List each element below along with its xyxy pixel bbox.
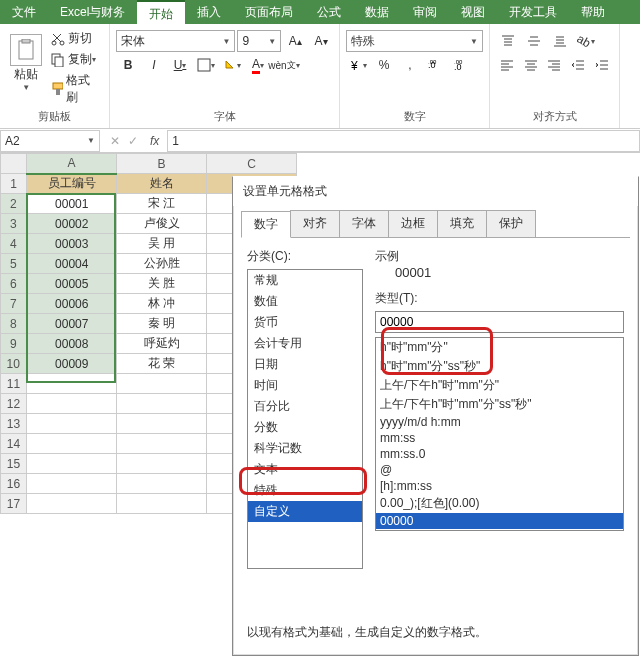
row-header[interactable]: 5	[1, 254, 27, 274]
cell[interactable]	[27, 374, 117, 394]
col-header-b[interactable]: B	[117, 154, 207, 174]
row-header[interactable]: 2	[1, 194, 27, 214]
list-item[interactable]: 分数	[248, 417, 362, 438]
row-header[interactable]: 15	[1, 454, 27, 474]
list-item[interactable]: 百分比	[248, 396, 362, 417]
cell[interactable]: 00004	[27, 254, 117, 274]
format-listbox[interactable]: h"时"mm"分" h"时"mm"分"ss"秒" 上午/下午h"时"mm"分" …	[375, 337, 624, 531]
row-header[interactable]: 9	[1, 334, 27, 354]
dialog-tab-protect[interactable]: 保护	[486, 210, 536, 237]
increase-indent-button[interactable]	[591, 54, 613, 76]
formula-input[interactable]: 1	[167, 130, 640, 152]
row-header[interactable]: 10	[1, 354, 27, 374]
cell[interactable]	[27, 394, 117, 414]
select-all-corner[interactable]	[1, 154, 27, 174]
tab-review[interactable]: 审阅	[401, 0, 449, 24]
cell[interactable]: 00009	[27, 354, 117, 374]
list-item[interactable]: 上午/下午h"时"mm"分"	[376, 376, 623, 395]
cell[interactable]: 00003	[27, 234, 117, 254]
row-header[interactable]: 3	[1, 214, 27, 234]
list-item[interactable]: 会计专用	[248, 333, 362, 354]
category-listbox[interactable]: 常规 数值 货币 会计专用 日期 时间 百分比 分数 科学记数 文本 特殊 自定…	[247, 269, 363, 569]
list-item[interactable]: mm:ss	[376, 430, 623, 446]
cell[interactable]	[27, 474, 117, 494]
cell[interactable]: 公孙胜	[117, 254, 207, 274]
cell[interactable]	[117, 414, 207, 434]
tab-formulas[interactable]: 公式	[305, 0, 353, 24]
cell[interactable]: 00005	[27, 274, 117, 294]
number-format-combo[interactable]: 特殊▼	[346, 30, 483, 52]
tab-page-layout[interactable]: 页面布局	[233, 0, 305, 24]
font-name-combo[interactable]: 宋体▼	[116, 30, 235, 52]
tab-view[interactable]: 视图	[449, 0, 497, 24]
decrease-decimal-button[interactable]: .00.0	[450, 54, 474, 76]
tab-excel-finance[interactable]: Excel与财务	[48, 0, 137, 24]
cell[interactable]: 秦 明	[117, 314, 207, 334]
align-middle-button[interactable]	[522, 30, 546, 52]
list-item[interactable]: 日期	[248, 354, 362, 375]
cell[interactable]	[117, 434, 207, 454]
row-header[interactable]: 17	[1, 494, 27, 514]
align-top-button[interactable]	[496, 30, 520, 52]
copy-button[interactable]: 复制▾	[47, 49, 103, 70]
tab-data[interactable]: 数据	[353, 0, 401, 24]
row-header[interactable]: 6	[1, 274, 27, 294]
dialog-tab-number[interactable]: 数字	[241, 211, 291, 238]
cancel-icon[interactable]: ✕	[106, 134, 124, 148]
cut-button[interactable]: 剪切	[47, 28, 103, 49]
cell[interactable]	[27, 414, 117, 434]
row-header[interactable]: 11	[1, 374, 27, 394]
row-header[interactable]: 7	[1, 294, 27, 314]
list-item[interactable]: 数值	[248, 291, 362, 312]
decrease-indent-button[interactable]	[567, 54, 589, 76]
row-header[interactable]: 12	[1, 394, 27, 414]
cell[interactable]: 00007	[27, 314, 117, 334]
list-item[interactable]: [h]:mm:ss	[376, 478, 623, 494]
row-header[interactable]: 16	[1, 474, 27, 494]
list-item[interactable]: 00000	[376, 513, 623, 529]
list-item[interactable]: 时间	[248, 375, 362, 396]
row-header[interactable]: 8	[1, 314, 27, 334]
dialog-tab-align[interactable]: 对齐	[290, 210, 340, 237]
cell[interactable]	[117, 454, 207, 474]
tab-file[interactable]: 文件	[0, 0, 48, 24]
list-item[interactable]: 上午/下午h"时"mm"分"ss"秒"	[376, 395, 623, 414]
cell[interactable]: 呼延灼	[117, 334, 207, 354]
cell[interactable]: 吴 用	[117, 234, 207, 254]
percent-button[interactable]: %	[372, 54, 396, 76]
tab-developer[interactable]: 开发工具	[497, 0, 569, 24]
col-header-c[interactable]: C	[207, 154, 297, 174]
cell[interactable]: 员工编号	[27, 174, 117, 194]
list-item[interactable]: 特殊	[248, 480, 362, 501]
phonetic-button[interactable]: wèn文▾	[272, 54, 296, 76]
format-painter-button[interactable]: 格式刷	[47, 70, 103, 108]
cell[interactable]	[117, 494, 207, 514]
orientation-button[interactable]: ab▾	[574, 30, 598, 52]
list-item[interactable]: @	[376, 462, 623, 478]
bold-button[interactable]: B	[116, 54, 140, 76]
cell[interactable]	[117, 374, 207, 394]
row-header[interactable]: 1	[1, 174, 27, 194]
font-size-combo[interactable]: 9▼	[237, 30, 281, 52]
align-left-button[interactable]	[496, 54, 518, 76]
increase-decimal-button[interactable]: .0.00	[424, 54, 448, 76]
cell[interactable]: 关 胜	[117, 274, 207, 294]
cell[interactable]	[117, 394, 207, 414]
list-item[interactable]: 自定义	[248, 501, 362, 522]
cell[interactable]	[27, 434, 117, 454]
cell[interactable]	[27, 454, 117, 474]
increase-font-button[interactable]: A▴	[283, 30, 307, 52]
list-item[interactable]: 货币	[248, 312, 362, 333]
row-header[interactable]: 14	[1, 434, 27, 454]
italic-button[interactable]: I	[142, 54, 166, 76]
cell[interactable]	[117, 474, 207, 494]
row-header[interactable]: 13	[1, 414, 27, 434]
align-center-button[interactable]	[520, 54, 542, 76]
cell[interactable]: 00006	[27, 294, 117, 314]
list-item[interactable]: h"时"mm"分"	[376, 338, 623, 357]
cell[interactable]: 花 荣	[117, 354, 207, 374]
paste-button[interactable]: 粘贴 ▼	[6, 28, 47, 98]
font-color-button[interactable]: A▾	[246, 54, 270, 76]
list-item[interactable]: 0.00_);[红色](0.00)	[376, 494, 623, 513]
dialog-tab-font[interactable]: 字体	[339, 210, 389, 237]
